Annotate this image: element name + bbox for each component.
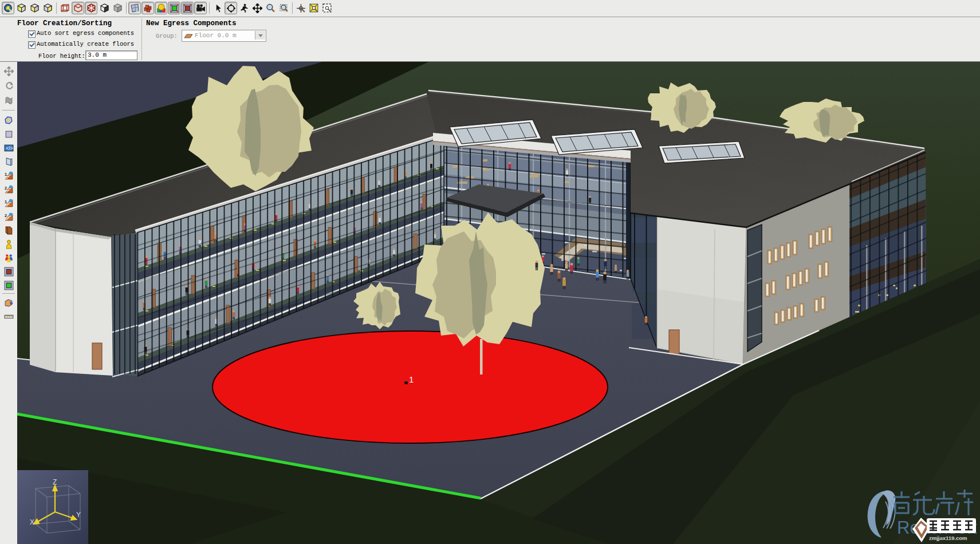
svg-text:Y: Y: [76, 511, 81, 519]
svg-text:1: 1: [5, 171, 7, 176]
svg-text:2: 2: [5, 212, 7, 218]
svg-text:</>: </>: [6, 145, 13, 151]
svg-text:1: 1: [5, 199, 7, 204]
svg-text:1: 1: [409, 375, 414, 384]
svg-text:X: X: [30, 518, 34, 526]
svg-text:Z: Z: [53, 478, 57, 486]
svg-text:zmjjax119.com: zmjjax119.com: [929, 535, 967, 541]
svg-text:2: 2: [5, 185, 7, 190]
